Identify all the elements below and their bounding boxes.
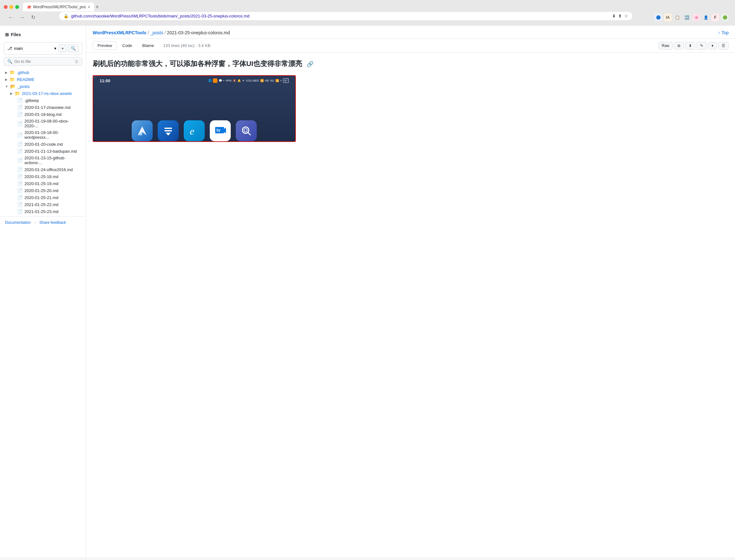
msg-icon: 💬 — [219, 79, 222, 82]
tree-item-file-14[interactable]: 📄 2021-01-25-23.md — [0, 208, 86, 215]
copy-button[interactable]: ⧉ — [674, 42, 684, 50]
tree-item-label: 2021-01-25-23.md — [24, 209, 58, 214]
feedback-link[interactable]: Share feedback — [39, 220, 66, 225]
file-icon: 📄 — [17, 202, 23, 207]
tab-code[interactable]: Code — [117, 41, 137, 50]
mute-icon: 🔇 — [233, 79, 236, 82]
file-icon: 📄 — [17, 142, 23, 147]
tree-item-file-11[interactable]: 📄 2020-01-25-20.md — [0, 187, 86, 194]
extension-icon-6[interactable]: 👤 — [702, 14, 710, 21]
svg-marker-7 — [224, 128, 226, 133]
tree-item-file-7[interactable]: 📄 2020-01-23-15-github-actions-... — [0, 155, 86, 166]
tree-item-readme[interactable]: ▶ 📁 README — [0, 76, 86, 83]
heading-anchor-icon[interactable]: 🔗 — [307, 61, 314, 67]
edit-button[interactable]: ✎ — [697, 42, 707, 50]
refresh-button[interactable]: ↻ — [29, 14, 37, 21]
branch-selector[interactable]: ⎇ main ▾ + 🔍 — [4, 42, 82, 55]
phone-screenshot: 11:00 🌐 💬 • VPN 🔇 🔔 ✳ 0.52 KB/S 📶 HD 5G — [93, 75, 296, 142]
file-tabs: Preview Code Blame 133 lines (40 loc) · … — [86, 39, 735, 53]
tree-item-github[interactable]: ▶ 📁 .github — [0, 69, 86, 76]
tree-item-posts[interactable]: ▼ 📂 _posts — [0, 83, 86, 90]
dot-icon: • — [224, 79, 224, 82]
extension-icon-5[interactable]: 🌸 — [692, 14, 700, 21]
tree-item-file-8[interactable]: 📄 2020-01-24-office2016.md — [0, 166, 86, 173]
search-box[interactable]: 🔍 t — [4, 57, 82, 66]
tree-item-gitkeep[interactable]: 📄 .gitkeep — [0, 97, 86, 104]
tree-item-file-5[interactable]: 📄 2020-01-20-code.md — [0, 141, 86, 148]
svg-text:tv: tv — [217, 128, 221, 133]
tree-item-file-9[interactable]: 📄 2020-01-25-18.md — [0, 173, 86, 180]
file-icon: 📄 — [17, 195, 23, 200]
tree-item-file-1[interactable]: 📄 2020-01-17-zhaoolee.md — [0, 104, 86, 111]
branch-name: main — [14, 46, 52, 51]
speed-text: 0.52 KB/S — [246, 79, 259, 82]
tree-item-file-12[interactable]: 📄 2020-01-25-21.md — [0, 194, 86, 201]
branch-actions: + 🔍 — [58, 44, 79, 52]
tree-item-file-6[interactable]: 📄 2020-01-21-13-baidupan.md — [0, 148, 86, 155]
breadcrumb-repo[interactable]: WordPressXMLRPCTools — [93, 30, 146, 35]
close-window-button[interactable] — [4, 5, 8, 9]
hd-text: HD — [265, 79, 269, 82]
extension-icon-2[interactable]: IA — [664, 14, 671, 21]
tree-item-xbox-assets[interactable]: ▶ 📁 2021-03-17-ns-xbox.assets — [0, 90, 86, 97]
browser-extension-icons: 🔵 IA 📋 🔤 🌸 👤 F 🟢 — [654, 14, 729, 21]
search-file-button[interactable]: 🔍 — [68, 44, 79, 52]
extension-icon-7[interactable]: F — [712, 14, 719, 21]
tree-item-label: 2020-01-25-18.md — [24, 174, 58, 179]
breadcrumb-folder[interactable]: _posts — [150, 30, 163, 35]
maximize-window-button[interactable] — [15, 5, 19, 9]
tree-item-label: README — [17, 77, 35, 82]
more-button[interactable]: ▾ — [708, 42, 717, 50]
extension-icon-3[interactable]: 📋 — [673, 14, 681, 21]
download-icon: ⬇ — [612, 14, 616, 18]
search-shortcut: t — [75, 59, 79, 64]
sidebar-header: ⊞ Files — [0, 30, 86, 40]
download-button[interactable]: ⬇ — [685, 42, 695, 50]
extension-icon-8[interactable]: 🟢 — [721, 14, 729, 21]
tree-item-file-3[interactable]: 📄 2020-01-19-08-00-xbox-2020-... — [0, 118, 86, 129]
branch-icon: ⎇ — [7, 46, 12, 51]
tree-item-file-13[interactable]: 📄 2021-01-25-22.md — [0, 201, 86, 208]
article-heading: 刷机后的功能非常强大，可以添加各种浮窗，字体UI也变得非常漂亮 🔗 — [93, 59, 729, 69]
breadcrumb-sep1: / — [148, 30, 149, 35]
forward-button[interactable]: → — [18, 14, 27, 21]
file-icon: 📄 — [17, 188, 23, 193]
minimize-window-button[interactable] — [10, 5, 13, 9]
x-icon: × — [280, 79, 282, 82]
tab-preview[interactable]: Preview — [93, 41, 117, 50]
extension-icon-4[interactable]: 🔤 — [683, 14, 691, 21]
chevron-right-icon: ▶ — [5, 78, 8, 81]
tree-item-file-2[interactable]: 📄 2020-01-18-blog.md — [0, 111, 86, 118]
app-icon-qlook — [236, 120, 257, 141]
new-tab-button[interactable]: + — [94, 4, 100, 10]
svg-rect-3 — [164, 130, 172, 131]
documentation-link[interactable]: Documentation — [5, 220, 31, 225]
tab-blame[interactable]: Blame — [137, 41, 159, 50]
tree-item-label: 2020-01-25-20.md — [24, 188, 58, 193]
search-input[interactable] — [14, 59, 73, 64]
folder-icon: 📁 — [15, 91, 20, 96]
tree-item-file-10[interactable]: 📄 2020-01-25-19.md — [0, 180, 86, 187]
tree-item-label: 2021-03-17-ns-xbox.assets — [22, 91, 72, 96]
stack-svg — [163, 125, 174, 137]
add-file-button[interactable]: + — [58, 44, 67, 52]
address-bar[interactable]: 🔒 github.com/zhaoolee/WordPressXMLRPCToo… — [59, 11, 633, 21]
tab-close-button[interactable]: × — [88, 4, 90, 10]
bookmark-icon: ☆ — [624, 14, 628, 18]
phone-time: 11:00 — [100, 78, 110, 83]
back-button[interactable]: ← — [6, 14, 15, 21]
file-icon: 📄 — [17, 98, 23, 103]
globe-icon: 🌐 — [208, 79, 212, 82]
tree-item-file-4[interactable]: 📄 2020-01-19-18-00-wordpressx... — [0, 129, 86, 141]
main-panel: WordPressXMLRPCTools / _posts / 2021-03-… — [86, 26, 735, 557]
tab-row: 🐙 WordPressXMLRPCTools/_pos × + — [4, 3, 731, 11]
outline-button[interactable]: ☰ — [718, 42, 729, 50]
file-icon: 📄 — [17, 181, 23, 186]
extension-icon-1[interactable]: 🔵 — [654, 14, 662, 21]
file-actions: Raw ⧉ ⬇ ✎ ▾ ☰ — [658, 42, 729, 50]
browser-tab[interactable]: 🐙 WordPressXMLRPCTools/_pos × — [23, 3, 94, 11]
edge-svg: e — [188, 124, 201, 137]
phone-status-bar: 11:00 🌐 💬 • VPN 🔇 🔔 ✳ 0.52 KB/S 📶 HD 5G — [93, 76, 295, 86]
raw-button[interactable]: Raw — [658, 42, 673, 50]
top-link[interactable]: ↑ Top — [718, 30, 729, 35]
